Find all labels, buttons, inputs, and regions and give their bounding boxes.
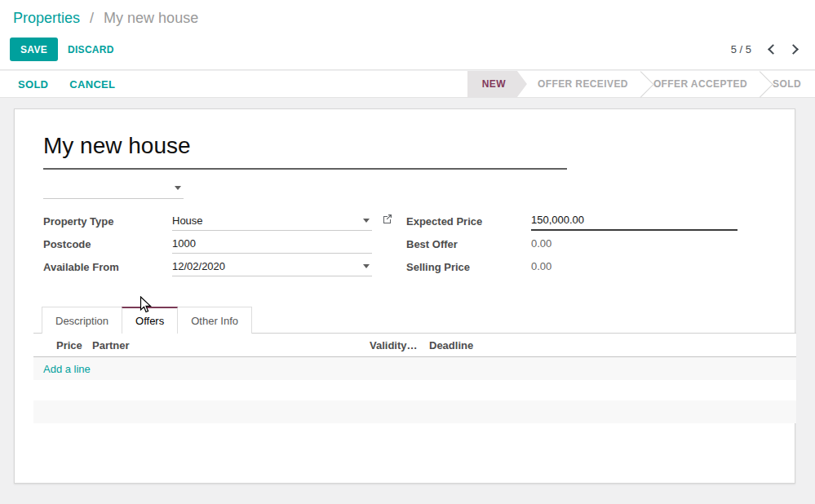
breadcrumb-parent-link[interactable]: Properties [13,10,80,26]
field-row-expected-price: Expected Price 150,000.00 [406,210,737,232]
external-link-icon[interactable] [382,213,393,227]
status-step-new[interactable]: NEW [467,71,527,97]
statusbar-buttons: SOLD CANCEL [18,71,115,97]
field-group-right: Expected Price 150,000.00 Best Offer 0.0… [406,210,737,278]
table-row: Add a line [33,357,796,380]
breadcrumb: Properties / My new house [13,10,198,27]
pager-value: 5 / 5 [731,43,751,55]
notebook: Description Offers Other Info Price Part… [33,307,796,423]
tab-description[interactable]: Description [42,307,122,334]
postcode-input[interactable]: 1000 [172,233,372,254]
tab-other-info[interactable]: Other Info [177,307,252,334]
offers-table-header: Price Partner Validity… Deadline [33,334,796,357]
selling-price-value: 0.00 [531,256,737,276]
field-value: 12/02/2020 [172,260,225,272]
column-header-validity: Validity… [370,334,418,357]
tags-dropdown-field[interactable] [43,176,184,199]
pager-previous-icon[interactable] [768,44,778,55]
title-input[interactable]: My new house [43,132,567,170]
tab-offers[interactable]: Offers [122,307,178,334]
breadcrumb-current-record: My new house [104,10,198,26]
field-group-left: Property Type House Postcode 1000 Availa… [43,210,372,278]
status-step-offer-accepted[interactable]: OFFER ACCEPTED [643,71,758,97]
field-value: House [172,214,203,227]
chevron-down-icon [363,264,370,268]
best-offer-value: 0.00 [531,233,737,254]
field-row-selling-price: Selling Price 0.00 [406,255,737,278]
field-row-available-from: Available From 12/02/2020 [43,255,372,278]
save-button[interactable]: SAVE [10,38,58,61]
field-label: Best Offer [406,232,531,255]
column-header-price: Price [56,334,82,357]
cancel-action-button[interactable]: CANCEL [69,78,115,91]
property-type-dropdown[interactable]: House [172,210,372,231]
form-sheet: My new house Property Type House Postcod… [14,108,795,484]
control-panel: Properties / My new house SAVE DISCARD 5… [0,0,815,70]
field-value: 1000 [172,237,196,250]
status-pipeline: NEW OFFER RECEIVED OFFER ACCEPTED SOLD [467,71,815,97]
field-row-property-type: Property Type House [43,210,372,232]
field-label: Available From [43,255,172,278]
pager-next-icon[interactable] [788,44,799,55]
field-label: Selling Price [406,255,531,278]
field-value: 0.00 [531,260,551,272]
chevron-down-icon [175,186,181,190]
discard-button[interactable]: DISCARD [63,38,119,61]
field-row-postcode: Postcode 1000 [43,232,372,255]
table-row [33,400,796,423]
available-from-date-input[interactable]: 12/02/2020 [172,256,372,276]
add-a-line-link[interactable]: Add a line [43,363,91,375]
breadcrumb-separator: / [90,10,94,26]
tab-strip: Description Offers Other Info [33,307,796,334]
field-value: 0.00 [531,237,551,250]
column-header-partner: Partner [92,334,130,357]
field-label: Expected Price [406,210,531,232]
table-row [33,380,796,400]
record-pager: 5 / 5 [731,38,797,61]
odoo-form-view: Properties / My new house SAVE DISCARD 5… [0,0,815,504]
status-bar: SOLD CANCEL NEW OFFER RECEIVED OFFER ACC… [0,71,815,98]
field-label: Property Type [43,210,172,232]
field-value: 150,000.00 [531,214,584,226]
sold-action-button[interactable]: SOLD [18,78,48,91]
status-step-offer-received[interactable]: OFFER RECEIVED [527,71,639,97]
expected-price-input[interactable]: 150,000.00 [531,210,737,231]
chevron-down-icon [363,219,370,223]
field-row-best-offer: Best Offer 0.00 [406,232,737,255]
column-header-deadline: Deadline [429,334,473,357]
field-label: Postcode [43,232,172,255]
